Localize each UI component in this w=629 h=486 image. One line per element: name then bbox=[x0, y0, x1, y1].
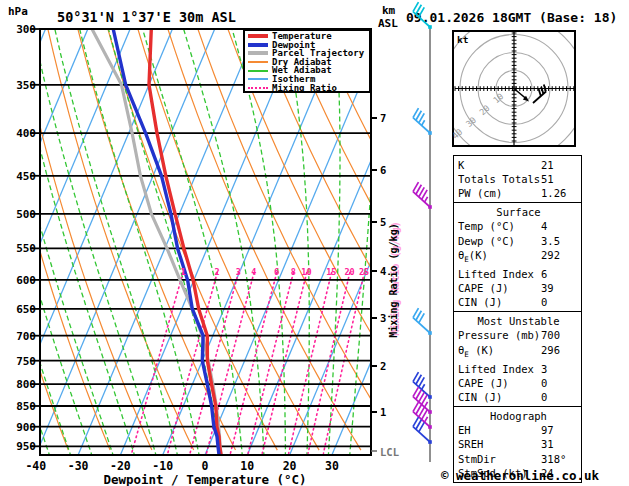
pressure-tick-label: 700 bbox=[16, 330, 36, 343]
table-row: CIN (J)0 bbox=[458, 390, 579, 404]
dry-adiabat-line-swatch bbox=[248, 61, 268, 63]
pressure-tick-label: 350 bbox=[16, 79, 36, 92]
table-row: Lifted Index6 bbox=[458, 267, 579, 281]
table-row: Lifted Index3 bbox=[458, 362, 579, 376]
km-tick-label: 6 bbox=[380, 164, 386, 176]
copyright-label: © weatheronline.co.uk bbox=[441, 468, 599, 483]
temperature-tick-label: -30 bbox=[68, 459, 89, 473]
table-row: StmDir318° bbox=[458, 452, 579, 466]
table-row-value: 700 bbox=[541, 328, 579, 342]
wind-barb-base-dot bbox=[428, 205, 432, 209]
table-row: CIN (J)0 bbox=[458, 295, 579, 309]
pressure-tick-label: 600 bbox=[16, 274, 36, 287]
mixing-ratio-value-label: 25 bbox=[359, 267, 369, 277]
pressure-tick-label: 800 bbox=[16, 378, 36, 391]
km-tick-label: 3 bbox=[380, 312, 386, 324]
km-axis-unit-label: km bbox=[382, 4, 396, 17]
table-row: CAPE (J)39 bbox=[458, 281, 579, 295]
table-row-value: 4 bbox=[541, 219, 579, 233]
temperature-tick-label: 0 bbox=[202, 459, 209, 473]
table-row-value: 6 bbox=[541, 267, 579, 281]
isotherm-line bbox=[78, 29, 257, 455]
table-row-label: EH bbox=[458, 423, 541, 437]
table-row-label: Dewp (°C) bbox=[458, 234, 541, 248]
table-row-value: 296 bbox=[541, 343, 579, 362]
wind-barb-half-feather bbox=[425, 197, 428, 202]
lcl-label: LCL bbox=[380, 446, 399, 458]
pressure-tick-label: 300 bbox=[16, 23, 36, 36]
wet-adiabat-line bbox=[285, 29, 309, 457]
pressure-tick-label: 950 bbox=[16, 440, 36, 453]
wind-barb-base-dot bbox=[428, 440, 432, 444]
table-row-value: 292 bbox=[541, 248, 579, 267]
table-row: Totals Totals51 bbox=[458, 172, 579, 186]
mixing-ratio-value-label: 4 bbox=[251, 267, 256, 277]
wind-barb-half-feather bbox=[422, 120, 425, 125]
mixing-ratio-line-swatch bbox=[248, 87, 268, 89]
isotherm-line-swatch bbox=[248, 78, 268, 80]
table-section-surface: SurfaceTemp (°C)4Dewp (°C)3.5θE(K)292Lif… bbox=[453, 202, 582, 313]
table-row-label: Lifted Index bbox=[458, 267, 541, 281]
table-row-label: CAPE (J) bbox=[458, 376, 541, 390]
pressure-tick-label: 850 bbox=[16, 400, 36, 413]
temperature-tick-labels: -40-30-20-100102030 bbox=[25, 459, 338, 473]
wind-barb-base-dot bbox=[428, 395, 432, 399]
wet-adiabat-line bbox=[350, 29, 380, 457]
table-row: θE (K)296 bbox=[458, 343, 579, 362]
wind-barb-half-feather bbox=[422, 384, 425, 389]
indices-table: K21Totals Totals51PW (cm)1.26SurfaceTemp… bbox=[453, 155, 582, 483]
table-row-value: 31 bbox=[541, 437, 579, 451]
table-row-label: CAPE (J) bbox=[458, 281, 541, 295]
pressure-tick-label: 400 bbox=[16, 127, 36, 140]
mixing-ratio-value-label: 20 bbox=[344, 267, 354, 277]
table-section-title: Most Unstable bbox=[458, 314, 579, 328]
table-row: K21 bbox=[458, 158, 579, 172]
mixing-ratio-value-label: 2 bbox=[215, 267, 220, 277]
pressure-axis-unit-label: hPa bbox=[8, 5, 28, 18]
mixing-ratio-value-labels: 12346810152025 bbox=[180, 267, 369, 277]
mixing-ratio-value-label: 3 bbox=[236, 267, 241, 277]
table-row-label: PW (cm) bbox=[458, 186, 541, 200]
wind-barb-base-dot bbox=[428, 331, 432, 335]
asl-axis-unit-label: ASL bbox=[378, 17, 398, 30]
temperature-tick-label: 20 bbox=[283, 459, 297, 473]
legend-item-mixing-ratio: Mixing Ratio bbox=[248, 84, 369, 93]
table-row-value: 0 bbox=[541, 295, 579, 309]
mixing-ratio-value-label: 8 bbox=[291, 267, 296, 277]
table-row-label: Lifted Index bbox=[458, 362, 541, 376]
pressure-tick-label: 650 bbox=[16, 303, 36, 316]
table-row-label: Totals Totals bbox=[458, 172, 541, 186]
parcel-line-swatch bbox=[248, 51, 268, 55]
wet-adiabat-line-swatch bbox=[248, 70, 268, 72]
x-axis-title: Dewpoint / Temperature (°C) bbox=[103, 472, 306, 486]
mixing-ratio-value-label: 10 bbox=[301, 267, 311, 277]
table-row-value: 51 bbox=[541, 172, 579, 186]
mixing-ratio-value-label: 1 bbox=[180, 267, 185, 277]
sounding-curves bbox=[92, 29, 221, 456]
temperature-tick-label: -10 bbox=[152, 459, 173, 473]
parcel-trajectory-curve bbox=[92, 29, 221, 456]
wind-barb-base-dot bbox=[428, 131, 432, 135]
temperature-line-swatch bbox=[248, 34, 268, 38]
km-tick-label: 2 bbox=[380, 360, 386, 372]
table-row-label: StmDir bbox=[458, 452, 541, 466]
temperature-tick-label: -40 bbox=[25, 459, 46, 473]
table-row-label: SREH bbox=[458, 437, 541, 451]
table-row-value: 0 bbox=[541, 376, 579, 390]
datetime-title: 09.01.2026 18GMT (Base: 18) bbox=[406, 10, 617, 25]
pressure-tick-labels: 3003504004505005506006507007508008509009… bbox=[16, 23, 40, 453]
wind-barb-column bbox=[413, 2, 432, 462]
wet-adiabat-line bbox=[143, 29, 243, 457]
pressure-tick-label: 750 bbox=[16, 355, 36, 368]
wind-barb-base-dot bbox=[428, 25, 432, 29]
wet-adiabat-line bbox=[232, 29, 285, 457]
temperature-tick-label: -20 bbox=[110, 459, 131, 473]
table-row-label: θE(K) bbox=[458, 248, 541, 267]
hodograph-unit-label: kt bbox=[457, 34, 468, 45]
dewpoint-line-swatch bbox=[248, 43, 268, 47]
table-row-label: K bbox=[458, 158, 541, 172]
wind-barb-base-dot bbox=[428, 410, 432, 414]
pressure-grid-lines bbox=[40, 85, 371, 447]
table-row: SREH31 bbox=[458, 437, 579, 451]
wind-barb-half-feather bbox=[425, 417, 428, 422]
